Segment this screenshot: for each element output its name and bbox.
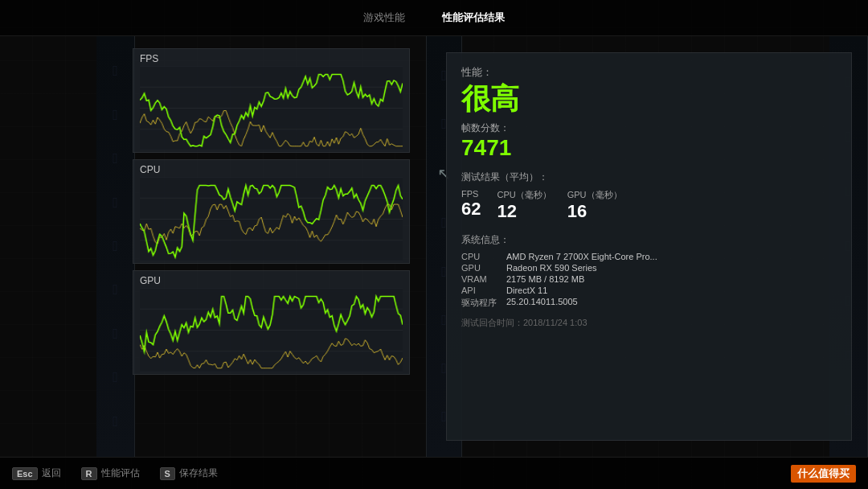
cpu-val: AMD Ryzen 7 2700X Eight-Core Pro... — [506, 252, 837, 261]
avg-cpu-item: CPU（毫秒） 12 — [497, 189, 551, 222]
avg-cpu-value: 12 — [497, 201, 551, 222]
charts-section: FPS 94 62 30 CPU 33 12 — [0, 48, 426, 445]
esc-key-badge: Esc — [12, 467, 38, 480]
fps-chart-label: FPS — [140, 53, 403, 64]
frame-count-label: 帧数分数： — [461, 121, 837, 135]
gpu-val: Radeon RX 590 Series — [506, 263, 837, 273]
sys-info-label: 系统信息： — [461, 233, 837, 247]
perf-rating: 很高 — [461, 83, 837, 115]
esc-hotkey: Esc 返回 — [12, 466, 61, 480]
fps-chart-block: FPS 94 62 30 — [133, 48, 410, 153]
avg-label: 测试结果（平均）： — [461, 171, 837, 184]
avg-fps-item: FPS 62 — [461, 189, 481, 222]
cpu-chart-block: CPU 33 12 8 — [133, 159, 410, 264]
avg-row: FPS 62 CPU（毫秒） 12 GPU（毫秒） 16 — [461, 189, 837, 222]
perf-label: 性能： — [461, 65, 837, 80]
r-label: 性能评估 — [101, 466, 140, 480]
cpu-chart-area: 33 12 8 — [140, 177, 403, 261]
s-key-badge: S — [160, 467, 175, 480]
main-content: FPS 94 62 30 CPU 33 12 — [0, 36, 868, 457]
tab-game-performance[interactable]: 游戏性能 — [357, 7, 411, 28]
stats-section: 性能： 很高 帧数分数： 7471 测试结果（平均）： FPS 62 CPU（毫… — [426, 48, 868, 445]
s-label: 保存结果 — [179, 466, 218, 480]
vram-key: VRAM — [461, 274, 497, 284]
main-container: 游戏性能 性能评估结果 FPS 94 62 30 CPU — [0, 0, 868, 489]
api-val: DirectX 11 — [506, 286, 837, 295]
gpu-key: GPU — [461, 263, 497, 273]
avg-fps-value: 62 — [461, 199, 481, 220]
vram-val: 2175 MB / 8192 MB — [506, 274, 837, 284]
stats-card: 性能： 很高 帧数分数： 7471 测试结果（平均）： FPS 62 CPU（毫… — [446, 52, 852, 441]
tab-performance-results[interactable]: 性能评估结果 — [436, 7, 511, 28]
cpu-key: CPU — [461, 252, 497, 261]
avg-cpu-label: CPU（毫秒） — [497, 189, 551, 201]
bottom-bar: Esc 返回 R 性能评估 S 保存结果 什么值得买 — [0, 457, 868, 489]
top-nav: 游戏性能 性能评估结果 — [0, 0, 868, 36]
driver-val: 25.20.14011.5005 — [506, 297, 837, 309]
timestamp: 测试回合时间：2018/11/24 1:03 — [461, 317, 837, 329]
s-hotkey: S 保存结果 — [160, 466, 218, 480]
gpu-chart-area: 24 16 13 — [140, 288, 403, 372]
avg-fps-label: FPS — [461, 189, 481, 199]
sys-info-table: CPU AMD Ryzen 7 2700X Eight-Core Pro... … — [461, 252, 837, 309]
r-key-badge: R — [81, 467, 97, 480]
gpu-canvas — [140, 288, 403, 372]
cpu-canvas — [140, 177, 403, 261]
avg-gpu-label: GPU（毫秒） — [567, 189, 622, 201]
esc-label: 返回 — [42, 466, 61, 480]
gpu-chart-label: GPU — [140, 275, 403, 286]
api-key: API — [461, 286, 497, 295]
fps-chart-area: 94 62 30 — [140, 66, 403, 150]
cpu-chart-label: CPU — [140, 164, 403, 175]
avg-gpu-item: GPU（毫秒） 16 — [567, 189, 622, 222]
watermark: 什么值得买 — [791, 465, 856, 483]
avg-gpu-value: 16 — [567, 201, 622, 222]
frame-count-value: 7471 — [461, 135, 837, 161]
driver-key: 驱动程序 — [461, 297, 497, 309]
fps-canvas — [140, 66, 403, 150]
gpu-chart-block: GPU 24 16 13 — [133, 270, 410, 375]
r-hotkey: R 性能评估 — [81, 466, 140, 480]
